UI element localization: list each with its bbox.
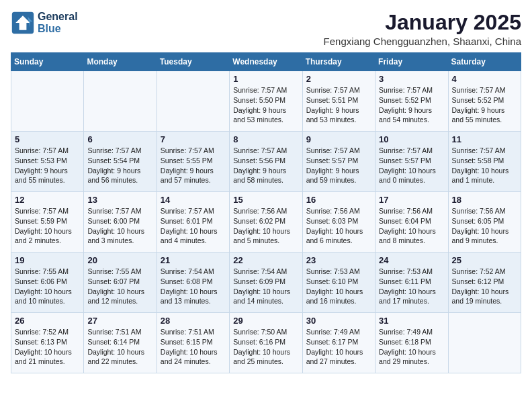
weekday-header-saturday: Saturday bbox=[448, 53, 521, 71]
calendar-cell: 13Sunrise: 7:57 AM Sunset: 6:00 PM Dayli… bbox=[84, 192, 157, 253]
calendar-cell: 4Sunrise: 7:57 AM Sunset: 5:52 PM Daylig… bbox=[448, 71, 521, 132]
day-number: 21 bbox=[161, 255, 226, 265]
day-number: 13 bbox=[87, 195, 152, 205]
title-block: January 2025 Fengxiang Chengguanzhen, Sh… bbox=[324, 11, 521, 47]
calendar-cell: 2Sunrise: 7:57 AM Sunset: 5:51 PM Daylig… bbox=[302, 71, 375, 132]
calendar-cell: 18Sunrise: 7:56 AM Sunset: 6:05 PM Dayli… bbox=[448, 192, 521, 253]
calendar-cell: 20Sunrise: 7:55 AM Sunset: 6:07 PM Dayli… bbox=[84, 253, 157, 313]
week-row-3: 12Sunrise: 7:57 AM Sunset: 5:59 PM Dayli… bbox=[11, 192, 521, 253]
calendar-cell: 1Sunrise: 7:57 AM Sunset: 5:50 PM Daylig… bbox=[230, 71, 302, 132]
weekday-header-wednesday: Wednesday bbox=[230, 53, 302, 71]
day-number: 4 bbox=[452, 74, 517, 84]
calendar-cell: 27Sunrise: 7:51 AM Sunset: 6:14 PM Dayli… bbox=[84, 313, 157, 373]
day-number: 20 bbox=[87, 255, 152, 265]
day-info: Sunrise: 7:57 AM Sunset: 5:52 PM Dayligh… bbox=[379, 85, 444, 125]
day-number: 12 bbox=[15, 195, 80, 205]
day-number: 15 bbox=[233, 195, 298, 205]
calendar-cell bbox=[11, 71, 84, 132]
day-number: 26 bbox=[15, 316, 80, 326]
page-header: General Blue January 2025 Fengxiang Chen… bbox=[11, 11, 521, 47]
day-info: Sunrise: 7:56 AM Sunset: 6:02 PM Dayligh… bbox=[233, 206, 298, 246]
day-number: 30 bbox=[306, 316, 371, 326]
day-info: Sunrise: 7:57 AM Sunset: 5:56 PM Dayligh… bbox=[233, 146, 298, 185]
day-number: 18 bbox=[452, 195, 517, 205]
day-number: 9 bbox=[306, 134, 371, 144]
calendar-cell: 15Sunrise: 7:56 AM Sunset: 6:02 PM Dayli… bbox=[230, 192, 302, 253]
calendar-cell: 16Sunrise: 7:56 AM Sunset: 6:03 PM Dayli… bbox=[302, 192, 375, 253]
day-info: Sunrise: 7:53 AM Sunset: 6:11 PM Dayligh… bbox=[379, 267, 444, 306]
day-number: 25 bbox=[452, 255, 517, 265]
week-row-1: 1Sunrise: 7:57 AM Sunset: 5:50 PM Daylig… bbox=[11, 71, 521, 132]
day-number: 11 bbox=[452, 134, 517, 144]
weekday-header-monday: Monday bbox=[84, 53, 157, 71]
day-info: Sunrise: 7:55 AM Sunset: 6:07 PM Dayligh… bbox=[87, 267, 152, 306]
logo-text: General Blue bbox=[38, 11, 78, 35]
day-number: 8 bbox=[233, 134, 298, 144]
day-number: 5 bbox=[15, 134, 80, 144]
day-info: Sunrise: 7:57 AM Sunset: 5:52 PM Dayligh… bbox=[452, 85, 517, 125]
week-row-5: 26Sunrise: 7:52 AM Sunset: 6:13 PM Dayli… bbox=[11, 313, 521, 373]
day-number: 24 bbox=[379, 255, 444, 265]
day-number: 28 bbox=[161, 316, 226, 326]
day-info: Sunrise: 7:57 AM Sunset: 5:57 PM Dayligh… bbox=[306, 146, 371, 185]
day-number: 10 bbox=[379, 134, 444, 144]
day-info: Sunrise: 7:57 AM Sunset: 5:55 PM Dayligh… bbox=[161, 146, 226, 185]
day-number: 22 bbox=[233, 255, 298, 265]
calendar-cell: 25Sunrise: 7:52 AM Sunset: 6:12 PM Dayli… bbox=[448, 253, 521, 313]
day-number: 31 bbox=[379, 316, 444, 326]
calendar-cell: 30Sunrise: 7:49 AM Sunset: 6:17 PM Dayli… bbox=[302, 313, 375, 373]
logo: General Blue bbox=[11, 11, 78, 35]
calendar-cell: 29Sunrise: 7:50 AM Sunset: 6:16 PM Dayli… bbox=[230, 313, 302, 373]
day-number: 29 bbox=[233, 316, 298, 326]
weekday-header-thursday: Thursday bbox=[302, 53, 375, 71]
calendar-cell: 22Sunrise: 7:54 AM Sunset: 6:09 PM Dayli… bbox=[230, 253, 302, 313]
calendar-cell: 14Sunrise: 7:57 AM Sunset: 6:01 PM Dayli… bbox=[157, 192, 229, 253]
day-info: Sunrise: 7:56 AM Sunset: 6:03 PM Dayligh… bbox=[306, 206, 371, 246]
day-info: Sunrise: 7:52 AM Sunset: 6:12 PM Dayligh… bbox=[452, 267, 517, 306]
calendar-subtitle: Fengxiang Chengguanzhen, Shaanxi, China bbox=[324, 36, 521, 47]
calendar-cell: 5Sunrise: 7:57 AM Sunset: 5:53 PM Daylig… bbox=[11, 132, 84, 192]
day-info: Sunrise: 7:56 AM Sunset: 6:04 PM Dayligh… bbox=[379, 206, 444, 246]
day-info: Sunrise: 7:57 AM Sunset: 5:59 PM Dayligh… bbox=[15, 206, 80, 246]
calendar-cell: 24Sunrise: 7:53 AM Sunset: 6:11 PM Dayli… bbox=[375, 253, 448, 313]
day-info: Sunrise: 7:49 AM Sunset: 6:17 PM Dayligh… bbox=[306, 327, 371, 367]
calendar-cell: 31Sunrise: 7:49 AM Sunset: 6:18 PM Dayli… bbox=[375, 313, 448, 373]
calendar-cell: 3Sunrise: 7:57 AM Sunset: 5:52 PM Daylig… bbox=[375, 71, 448, 132]
day-info: Sunrise: 7:53 AM Sunset: 6:10 PM Dayligh… bbox=[306, 267, 371, 306]
calendar-cell: 26Sunrise: 7:52 AM Sunset: 6:13 PM Dayli… bbox=[11, 313, 84, 373]
calendar-table: SundayMondayTuesdayWednesdayThursdayFrid… bbox=[11, 52, 521, 373]
week-row-2: 5Sunrise: 7:57 AM Sunset: 5:53 PM Daylig… bbox=[11, 132, 521, 192]
day-number: 17 bbox=[379, 195, 444, 205]
day-number: 7 bbox=[161, 134, 226, 144]
day-info: Sunrise: 7:57 AM Sunset: 5:51 PM Dayligh… bbox=[306, 85, 371, 125]
calendar-cell: 23Sunrise: 7:53 AM Sunset: 6:10 PM Dayli… bbox=[302, 253, 375, 313]
day-info: Sunrise: 7:54 AM Sunset: 6:08 PM Dayligh… bbox=[161, 267, 226, 306]
day-number: 23 bbox=[306, 255, 371, 265]
day-number: 1 bbox=[233, 74, 298, 84]
day-number: 14 bbox=[161, 195, 226, 205]
day-info: Sunrise: 7:57 AM Sunset: 5:58 PM Dayligh… bbox=[452, 146, 517, 185]
calendar-cell: 11Sunrise: 7:57 AM Sunset: 5:58 PM Dayli… bbox=[448, 132, 521, 192]
day-number: 19 bbox=[15, 255, 80, 265]
weekday-header-sunday: Sunday bbox=[11, 53, 84, 71]
day-info: Sunrise: 7:54 AM Sunset: 6:09 PM Dayligh… bbox=[233, 267, 298, 306]
logo-icon bbox=[11, 11, 35, 35]
day-number: 2 bbox=[306, 74, 371, 84]
day-info: Sunrise: 7:51 AM Sunset: 6:14 PM Dayligh… bbox=[87, 327, 152, 367]
calendar-cell: 12Sunrise: 7:57 AM Sunset: 5:59 PM Dayli… bbox=[11, 192, 84, 253]
calendar-cell: 28Sunrise: 7:51 AM Sunset: 6:15 PM Dayli… bbox=[157, 313, 229, 373]
calendar-cell: 7Sunrise: 7:57 AM Sunset: 5:55 PM Daylig… bbox=[157, 132, 229, 192]
week-row-4: 19Sunrise: 7:55 AM Sunset: 6:06 PM Dayli… bbox=[11, 253, 521, 313]
calendar-cell: 19Sunrise: 7:55 AM Sunset: 6:06 PM Dayli… bbox=[11, 253, 84, 313]
calendar-cell bbox=[84, 71, 157, 132]
day-info: Sunrise: 7:51 AM Sunset: 6:15 PM Dayligh… bbox=[161, 327, 226, 367]
day-info: Sunrise: 7:55 AM Sunset: 6:06 PM Dayligh… bbox=[15, 267, 80, 306]
calendar-cell: 21Sunrise: 7:54 AM Sunset: 6:08 PM Dayli… bbox=[157, 253, 229, 313]
calendar-cell bbox=[157, 71, 229, 132]
day-info: Sunrise: 7:57 AM Sunset: 6:00 PM Dayligh… bbox=[87, 206, 152, 246]
calendar-cell: 17Sunrise: 7:56 AM Sunset: 6:04 PM Dayli… bbox=[375, 192, 448, 253]
weekday-header-row: SundayMondayTuesdayWednesdayThursdayFrid… bbox=[11, 53, 521, 71]
day-number: 6 bbox=[87, 134, 152, 144]
day-info: Sunrise: 7:50 AM Sunset: 6:16 PM Dayligh… bbox=[233, 327, 298, 367]
day-info: Sunrise: 7:52 AM Sunset: 6:13 PM Dayligh… bbox=[15, 327, 80, 367]
